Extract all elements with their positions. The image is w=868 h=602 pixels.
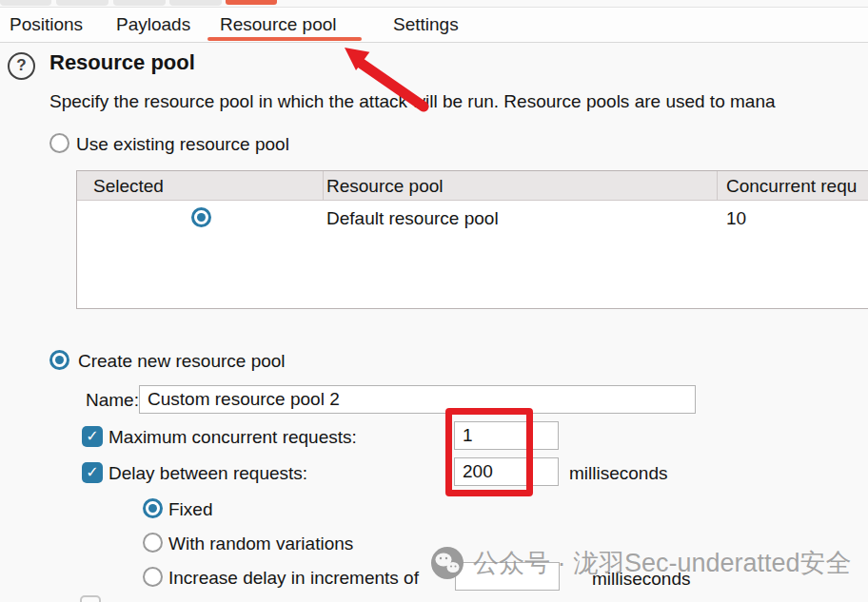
- create-new-pool-label: Create new resource pool: [78, 351, 286, 372]
- partial-checkbox[interactable]: [80, 595, 101, 602]
- row-concurrent-requests: 10: [726, 208, 746, 229]
- checkmark-icon: ✓: [86, 464, 98, 480]
- tab-bar: Positions Payloads Resource pool Setting…: [0, 8, 868, 43]
- row-resource-pool-name: Default resource pool: [326, 208, 499, 229]
- pool-name-label: Name:: [86, 390, 139, 411]
- column-header-selected[interactable]: Selected: [93, 171, 164, 201]
- column-header-concurrent-requests[interactable]: Concurrent requ: [726, 171, 857, 201]
- delay-fixed-label: Fixed: [168, 499, 212, 520]
- active-tab-indicator: [207, 37, 362, 41]
- pool-name-input[interactable]: [139, 385, 696, 414]
- delay-unit-label: milliseconds: [569, 463, 667, 484]
- use-existing-pool-label: Use existing resource pool: [76, 134, 289, 155]
- table-header: Selected Resource pool Concurrent requ: [77, 171, 868, 201]
- tab-positions[interactable]: Positions: [10, 8, 83, 42]
- upper-tab-remnant: [113, 0, 166, 6]
- max-concurrent-checkbox[interactable]: ✓: [82, 426, 103, 447]
- page-title: Resource pool: [49, 50, 195, 75]
- upper-tab-remnant: [56, 0, 108, 6]
- delay-checkbox[interactable]: ✓: [82, 462, 103, 483]
- tab-payloads[interactable]: Payloads: [116, 8, 190, 42]
- watermark: 公众号 · 泷羽Sec-underatted安全: [430, 546, 852, 580]
- delay-fixed-radio[interactable]: [143, 498, 163, 518]
- column-divider: [323, 171, 324, 201]
- upper-tab-remnant: [169, 0, 222, 6]
- checkmark-icon: ✓: [86, 428, 98, 444]
- column-divider: [717, 171, 718, 201]
- wechat-icon: [430, 546, 464, 580]
- upper-active-tab-indicator: [226, 0, 277, 5]
- resource-pool-table: Selected Resource pool Concurrent requ D…: [76, 170, 868, 309]
- use-existing-pool-radio[interactable]: [49, 133, 69, 153]
- delay-random-radio[interactable]: [143, 533, 163, 553]
- help-icon[interactable]: ?: [8, 52, 35, 80]
- column-header-resource-pool[interactable]: Resource pool: [326, 171, 444, 201]
- create-new-pool-radio[interactable]: [49, 350, 69, 370]
- watermark-text: 公众号 · 泷羽Sec-underatted安全: [473, 546, 852, 580]
- delay-label: Delay between requests:: [108, 463, 307, 484]
- delay-increments-radio[interactable]: [143, 567, 163, 587]
- delay-increments-label: Increase delay in increments of: [168, 568, 419, 589]
- max-concurrent-label: Maximum concurrent requests:: [108, 427, 357, 448]
- tab-settings[interactable]: Settings: [393, 8, 459, 42]
- row-selected-radio[interactable]: [191, 207, 211, 227]
- annotation-arrow: [335, 42, 430, 112]
- annotation-highlight-box: [445, 408, 533, 496]
- delay-random-label: With random variations: [168, 534, 353, 554]
- upper-tab-remnant: [0, 0, 51, 6]
